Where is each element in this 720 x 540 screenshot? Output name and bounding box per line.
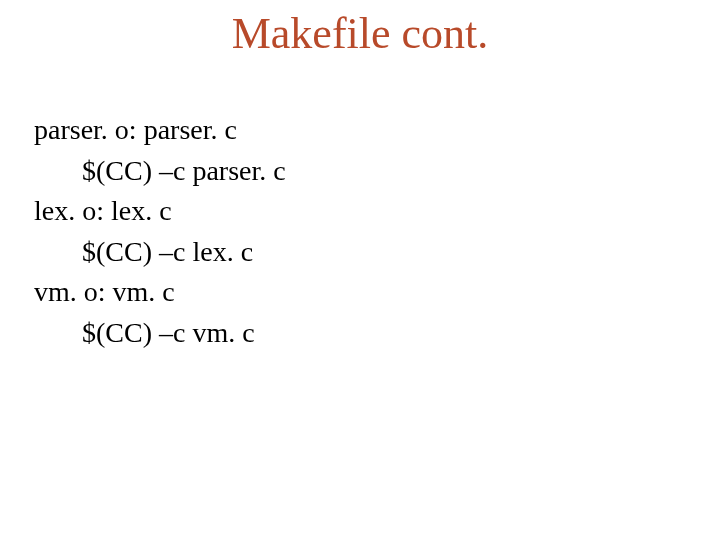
code-line: $(CC) –c parser. c (34, 151, 674, 192)
code-line: $(CC) –c lex. c (34, 232, 674, 273)
code-line: lex. o: lex. c (34, 191, 674, 232)
code-line: parser. o: parser. c (34, 110, 674, 151)
slide-body: parser. o: parser. c $(CC) –c parser. c … (34, 110, 674, 354)
code-line: $(CC) –c vm. c (34, 313, 674, 354)
slide-title: Makefile cont. (0, 8, 720, 59)
slide: Makefile cont. parser. o: parser. c $(CC… (0, 0, 720, 540)
code-line: vm. o: vm. c (34, 272, 674, 313)
